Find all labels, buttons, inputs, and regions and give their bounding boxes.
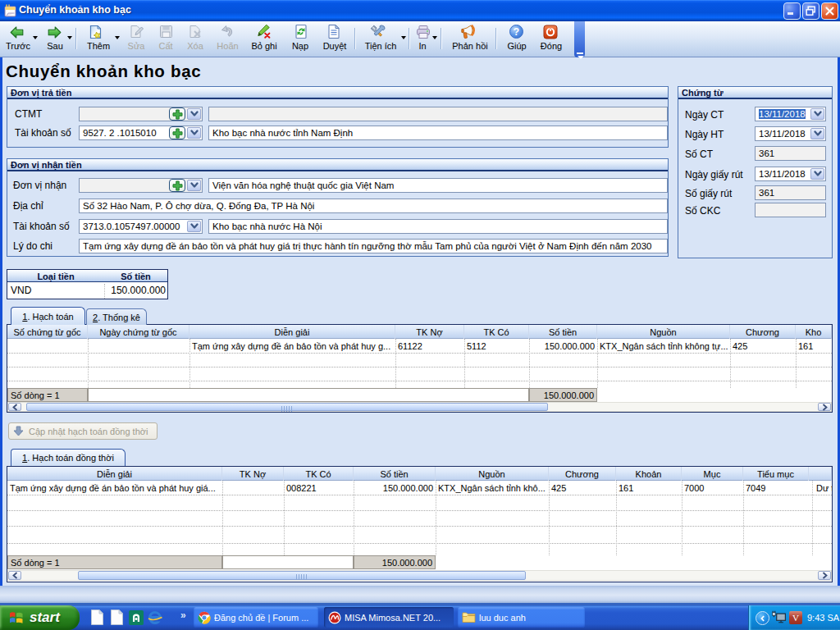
svg-text:?: ?: [514, 26, 519, 38]
